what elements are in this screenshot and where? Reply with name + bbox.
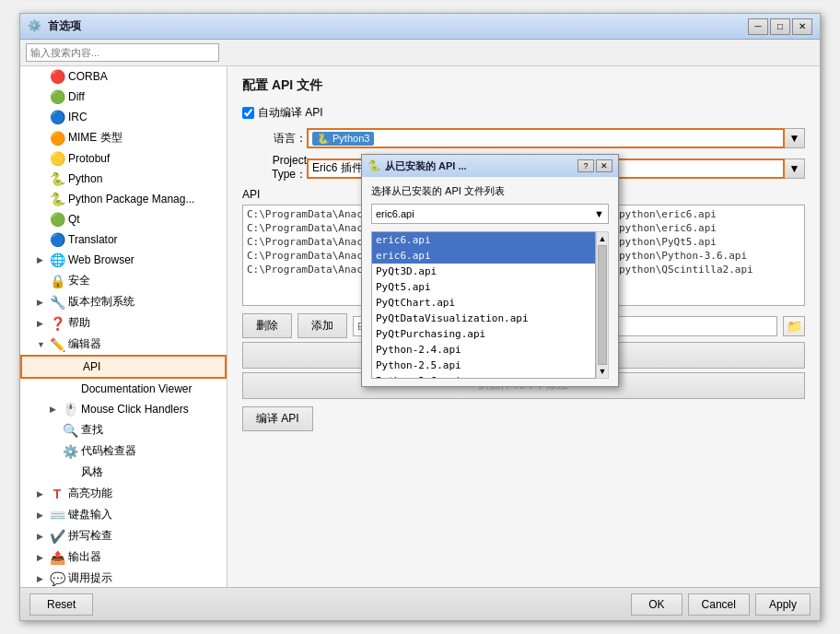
scrollbar-down-button[interactable]: ▼ bbox=[599, 367, 607, 376]
dialog-list-item-0[interactable]: eric6.api bbox=[372, 232, 595, 248]
sidebar-item-version-label: 版本控制系统 bbox=[68, 294, 134, 310]
project-type-combo-arrow-button[interactable]: ▼ bbox=[785, 158, 805, 179]
api-select-dialog: 🐍 从已安装的 API ... ? ✕ 选择从已安装的 API 文件列表 bbox=[361, 154, 619, 387]
python-snake-icon: 🐍 bbox=[317, 133, 330, 145]
sidebar-item-mime[interactable]: 🟠 MIME 类型 bbox=[20, 127, 227, 148]
sidebar-item-codechecker[interactable]: ⚙️ 代码检查器 bbox=[20, 440, 227, 462]
sidebar-item-python[interactable]: 🐍 Python bbox=[20, 169, 227, 189]
sidebar-item-codechecker-label: 代码检查器 bbox=[81, 443, 136, 459]
sidebar-item-spellcheck-label: 拼写检查 bbox=[68, 528, 112, 544]
auto-compile-text: 自动编译 API bbox=[258, 105, 323, 121]
language-row: 语言： 🐍 Python3 ▼ bbox=[242, 128, 805, 148]
sidebar-item-webbrowser-label: Web Browser bbox=[68, 253, 134, 266]
language-value: Python3 bbox=[332, 133, 369, 144]
sidebar-item-help[interactable]: ▶ ❓ 帮助 bbox=[20, 312, 227, 334]
sidebar-item-pypackage[interactable]: 🐍 Python Package Manag... bbox=[20, 189, 227, 209]
dialog-list-item-7[interactable]: Python-2.4.api bbox=[372, 342, 595, 358]
mouseclick-expand-icon: ▶ bbox=[50, 405, 59, 414]
bottom-bar: Reset OK Cancel Apply bbox=[20, 587, 820, 620]
sidebar-item-mouseclick[interactable]: ▶ 🖱️ Mouse Click Handlers bbox=[20, 399, 227, 419]
dialog-close-button[interactable]: ✕ bbox=[596, 159, 612, 172]
sidebar-item-keyboard[interactable]: ▶ ⌨️ 键盘输入 bbox=[20, 504, 227, 525]
sidebar-item-style-label: 风格 bbox=[81, 464, 103, 480]
folder-icon: 📁 bbox=[787, 319, 802, 334]
sidebar-item-highlight[interactable]: ▶ T 高亮功能 bbox=[20, 483, 227, 504]
dialog-list-item-2[interactable]: PyQt3D.api bbox=[372, 264, 595, 279]
sidebar-item-qt-label: Qt bbox=[68, 213, 80, 226]
auto-compile-row: 自动编译 API bbox=[242, 105, 805, 121]
auto-compile-checkbox[interactable] bbox=[242, 107, 254, 119]
scrollbar-thumb[interactable] bbox=[598, 245, 607, 365]
dialog-list[interactable]: eric6.api eric6.api PyQt3D.api PyQt5.api… bbox=[371, 231, 596, 379]
project-type-label: Project Type： bbox=[242, 154, 307, 182]
api-icon bbox=[64, 359, 79, 374]
corba-icon: 🔴 bbox=[50, 69, 64, 84]
sidebar-item-docviewer[interactable]: Documentation Viewer bbox=[20, 379, 227, 399]
irc-icon: 🔵 bbox=[50, 110, 64, 124]
minimize-button[interactable]: ─ bbox=[748, 18, 768, 35]
ok-button[interactable]: OK bbox=[631, 593, 682, 616]
scrollbar-up-button[interactable]: ▲ bbox=[599, 234, 607, 243]
sidebar-item-style[interactable]: 风格 bbox=[20, 462, 227, 483]
diff-icon: 🟢 bbox=[50, 89, 64, 104]
highlight-expand-icon: ▶ bbox=[37, 489, 46, 499]
sidebar-item-output[interactable]: ▶ 📤 输出器 bbox=[20, 546, 227, 568]
tooltips-icon: 💬 bbox=[50, 571, 64, 586]
translator-icon: 🔵 bbox=[50, 232, 64, 247]
sidebar-item-diff[interactable]: 🟢 Diff bbox=[20, 87, 227, 107]
dialog-list-item-5[interactable]: PyQtDataVisualization.api bbox=[372, 311, 595, 326]
security-icon: 🔒 bbox=[50, 274, 64, 288]
sidebar-item-spellcheck[interactable]: ▶ ✔️ 拼写检查 bbox=[20, 525, 227, 546]
dialog-help-button[interactable]: ? bbox=[578, 159, 594, 172]
sidebar-item-editor-label: 编辑器 bbox=[68, 336, 101, 352]
close-button[interactable]: ✕ bbox=[792, 18, 812, 35]
dialog-list-item-8[interactable]: Python-2.5.api bbox=[372, 358, 595, 373]
window-title: 首选项 bbox=[48, 18, 81, 34]
sidebar-item-webbrowser[interactable]: ▶ 🌐 Web Browser bbox=[20, 250, 227, 270]
sidebar-item-security[interactable]: 🔒 安全 bbox=[20, 270, 227, 291]
sidebar-item-irc-label: IRC bbox=[68, 111, 88, 123]
dialog-list-item-1[interactable]: eric6.api bbox=[372, 248, 595, 264]
version-icon: 🔧 bbox=[50, 295, 64, 310]
output-icon: 📤 bbox=[50, 550, 64, 565]
sidebar-item-editor[interactable]: ▼ ✏️ 编辑器 bbox=[20, 334, 227, 355]
sidebar-item-output-label: 输出器 bbox=[68, 549, 101, 565]
dialog-combo-value: eric6.api bbox=[376, 208, 414, 219]
dialog-title-bar: 🐍 从已安装的 API ... ? ✕ bbox=[362, 155, 618, 177]
delete-button[interactable]: 删除 bbox=[242, 313, 292, 338]
language-combo-arrow-button[interactable]: ▼ bbox=[785, 128, 805, 148]
dialog-list-item-6[interactable]: PyQtPurchasing.api bbox=[372, 326, 595, 342]
compile-api-button[interactable]: 编译 API bbox=[242, 406, 313, 431]
sidebar-item-qt[interactable]: 🟢 Qt bbox=[20, 209, 227, 229]
dialog-label: 选择从已安装的 API 文件列表 bbox=[371, 184, 609, 198]
sidebar-item-tooltips[interactable]: ▶ 💬 调用提示 bbox=[20, 568, 227, 587]
cancel-button[interactable]: Cancel bbox=[688, 593, 750, 616]
maximize-button[interactable]: □ bbox=[770, 18, 790, 35]
sidebar-item-api[interactable]: API bbox=[20, 355, 227, 379]
sidebar-item-corba[interactable]: 🔴 CORBA bbox=[20, 66, 227, 87]
search-icon: 🔍 bbox=[63, 423, 77, 438]
sidebar-item-protobuf[interactable]: 🟡 Protobuf bbox=[20, 148, 227, 169]
apply-button[interactable]: Apply bbox=[755, 593, 811, 616]
sidebar-item-corba-label: CORBA bbox=[68, 70, 108, 83]
sidebar-item-search[interactable]: 🔍 查找 bbox=[20, 419, 227, 440]
add-button[interactable]: 添加 bbox=[298, 313, 347, 338]
reset-button[interactable]: Reset bbox=[29, 593, 93, 616]
title-bar-left: ⚙️ 首选项 bbox=[28, 18, 81, 34]
main-content: 🔴 CORBA 🟢 Diff 🔵 IRC 🟠 MIME 类型 bbox=[20, 66, 820, 587]
dialog-list-item-9[interactable]: Python-2.6.api bbox=[372, 373, 595, 379]
sidebar-item-irc[interactable]: 🔵 IRC bbox=[20, 107, 227, 127]
dialog-scrollbar[interactable]: ▲ ▼ bbox=[596, 231, 609, 379]
auto-compile-label[interactable]: 自动编译 API bbox=[242, 105, 323, 121]
dialog-combo[interactable]: eric6.api ▼ bbox=[371, 204, 609, 224]
sidebar-item-version[interactable]: ▶ 🔧 版本控制系统 bbox=[20, 291, 227, 312]
search-input[interactable] bbox=[26, 43, 219, 62]
folder-browse-button[interactable]: 📁 bbox=[783, 316, 805, 336]
chevron-down-icon: ▼ bbox=[789, 162, 800, 175]
dialog-list-item-3[interactable]: PyQt5.api bbox=[372, 279, 595, 295]
sidebar-item-translator[interactable]: 🔵 Translator bbox=[20, 229, 227, 250]
dialog-list-item-4[interactable]: PyQtChart.api bbox=[372, 295, 595, 311]
language-combo[interactable]: 🐍 Python3 bbox=[307, 128, 785, 148]
pypackage-icon: 🐍 bbox=[50, 192, 64, 206]
keyboard-icon: ⌨️ bbox=[50, 508, 64, 522]
